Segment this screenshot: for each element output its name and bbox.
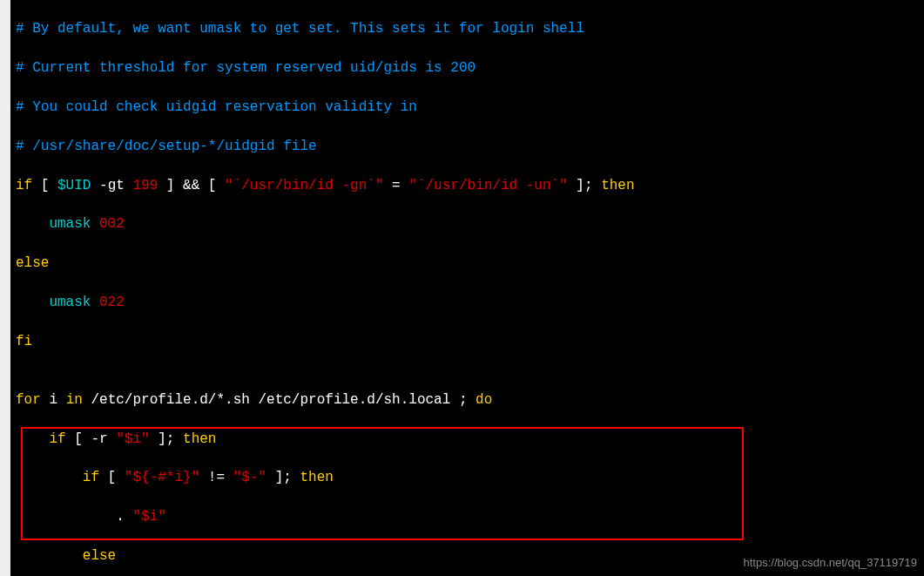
keyword: then bbox=[300, 470, 333, 485]
string: "$-" bbox=[233, 470, 266, 485]
command: umask bbox=[49, 216, 99, 232]
string: "$i" bbox=[116, 431, 149, 447]
code-line: if [ "${-#*i}" != "$-" ]; then bbox=[16, 468, 921, 487]
command: umask bbox=[49, 295, 99, 310]
keyword: then bbox=[601, 178, 634, 193]
code-line: umask 022 bbox=[16, 293, 921, 312]
watermark: https://blog.csdn.net/qq_37119719 bbox=[744, 555, 918, 571]
code-line: for i in /etc/profile.d/*.sh /etc/profil… bbox=[16, 390, 921, 410]
keyword: fi bbox=[16, 334, 32, 349]
keyword: if bbox=[49, 431, 65, 447]
code-line: if [ -r "$i" ]; then bbox=[16, 430, 921, 449]
string: "`/usr/bin/id -un`" bbox=[408, 178, 567, 193]
code-line: # Current threshold for system reserved … bbox=[16, 58, 921, 78]
keyword: in bbox=[66, 392, 83, 408]
code-line: else bbox=[16, 254, 921, 273]
comment: # Current threshold for system reserved … bbox=[16, 60, 475, 76]
code-line: fi bbox=[16, 332, 921, 351]
keyword: else bbox=[16, 255, 49, 271]
number: 022 bbox=[99, 295, 125, 310]
keyword: if bbox=[83, 470, 99, 485]
comment: # By default, we want umask to get set. … bbox=[16, 21, 584, 37]
keyword: if bbox=[16, 178, 32, 193]
string: "${-#*i}" bbox=[125, 470, 199, 485]
variable: $UID bbox=[57, 178, 91, 193]
code-line: if [ $UID -gt 199 ] && [ "`/usr/bin/id -… bbox=[16, 176, 921, 195]
keyword: else bbox=[83, 548, 116, 564]
terminal-content[interactable]: # By default, we want umask to get set. … bbox=[12, 0, 924, 576]
string: "`/usr/bin/id -gn`" bbox=[225, 178, 383, 193]
code-line: # /usr/share/doc/setup-*/uidgid file bbox=[16, 137, 921, 156]
string: "$i" bbox=[132, 509, 165, 525]
number: 002 bbox=[99, 216, 125, 232]
number: 199 bbox=[132, 178, 158, 193]
keyword: then bbox=[183, 431, 216, 447]
code-line: umask 002 bbox=[16, 214, 921, 234]
code-line: . "$i" bbox=[16, 507, 921, 526]
comment: # /usr/share/doc/setup-*/uidgid file bbox=[16, 139, 317, 154]
keyword: do bbox=[475, 392, 492, 408]
code-line: # By default, we want umask to get set. … bbox=[16, 19, 921, 38]
code-line: # You could check uidgid reservation val… bbox=[16, 98, 921, 117]
left-margin bbox=[0, 0, 10, 576]
keyword: for bbox=[16, 392, 41, 408]
comment: # You could check uidgid reservation val… bbox=[16, 99, 417, 115]
